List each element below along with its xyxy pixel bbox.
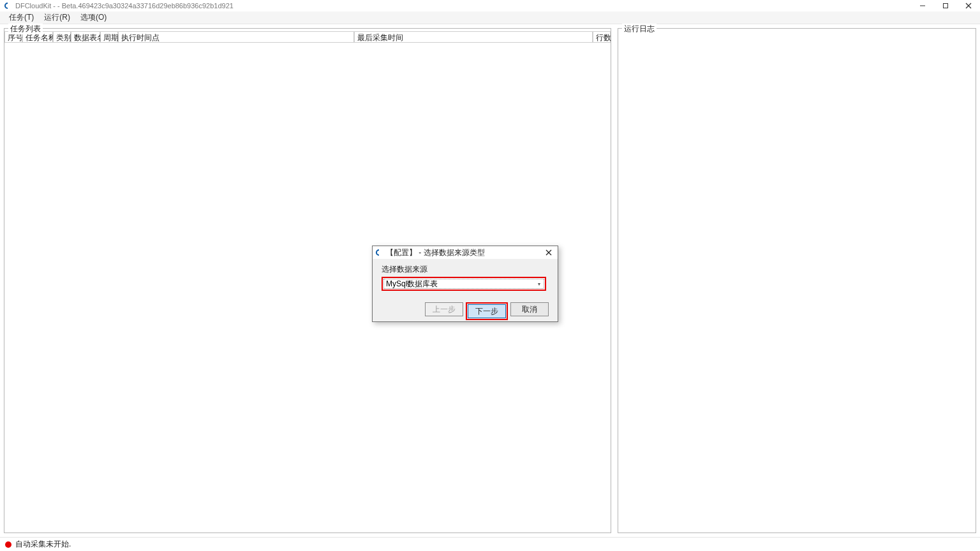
data-source-select-highlight: MySql数据库表 ▾ <box>382 277 546 291</box>
minimize-button[interactable] <box>911 0 934 11</box>
task-list-label: 任务列表 <box>8 24 43 34</box>
menu-tasks[interactable]: 任务(T) <box>4 11 39 24</box>
window-title-bar: DFCloudKit - - Beta.469423c9a30324a33716… <box>0 0 980 11</box>
app-icon <box>4 2 11 10</box>
col-data-table[interactable]: 数据表名 <box>71 31 100 43</box>
dialog-buttons: 上一步 下一步 取消 <box>382 302 549 320</box>
window-title: DFCloudKit - - Beta.469423c9a30324a33716… <box>15 2 911 10</box>
next-button[interactable]: 下一步 <box>468 304 506 318</box>
status-text: 自动采集未开始. <box>15 539 71 550</box>
dialog-close-button[interactable] <box>542 246 555 259</box>
dialog-title: 【配置】 - 选择数据来源类型 <box>386 247 542 258</box>
col-exec-time[interactable]: 执行时间点 <box>118 31 354 43</box>
task-table-header: 序号 任务名称 类别 数据表名 周期 执行时间点 最后采集时间 行数 <box>4 31 611 43</box>
chevron-down-icon: ▾ <box>538 281 542 287</box>
menu-run[interactable]: 运行(R) <box>39 11 75 24</box>
svg-rect-1 <box>944 4 948 8</box>
col-cycle[interactable]: 周期 <box>100 31 118 43</box>
log-label: 运行日志 <box>622 24 657 34</box>
menu-options[interactable]: 选项(O) <box>75 11 112 24</box>
data-source-label: 选择数据来源 <box>382 264 549 275</box>
workspace: 任务列表 序号 任务名称 类别 数据表名 周期 执行时间点 最后采集时间 行数 … <box>0 24 980 537</box>
menu-bar: 任务(T) 运行(R) 选项(O) <box>0 11 980 24</box>
log-panel: 运行日志 <box>618 28 976 533</box>
cancel-button[interactable]: 取消 <box>510 302 549 316</box>
close-button[interactable] <box>957 0 980 11</box>
window-controls <box>911 0 980 11</box>
data-source-select[interactable]: MySql数据库表 ▾ <box>383 279 544 289</box>
prev-button[interactable]: 上一步 <box>425 302 463 316</box>
status-indicator-icon <box>5 541 11 548</box>
dialog-app-icon <box>375 249 383 256</box>
status-bar: 自动采集未开始. <box>0 537 980 551</box>
next-button-highlight: 下一步 <box>466 302 508 320</box>
col-category[interactable]: 类别 <box>53 31 71 43</box>
maximize-button[interactable] <box>934 0 957 11</box>
data-source-selected: MySql数据库表 <box>386 279 438 290</box>
dialog-title-bar: 【配置】 - 选择数据来源类型 <box>373 246 558 259</box>
config-dialog: 【配置】 - 选择数据来源类型 选择数据来源 MySql数据库表 ▾ 上一步 下… <box>372 246 558 322</box>
col-last-collect[interactable]: 最后采集时间 <box>354 31 593 43</box>
col-rows[interactable]: 行数 <box>593 31 611 43</box>
dialog-body: 选择数据来源 MySql数据库表 ▾ 上一步 下一步 取消 <box>373 259 558 324</box>
